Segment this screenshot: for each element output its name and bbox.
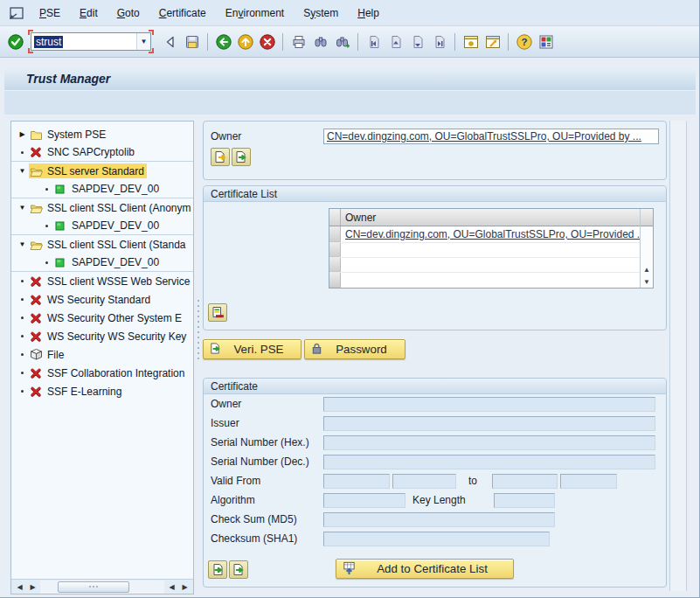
tree-item-ssf-collaboration-integration[interactable]: SSF Collaboration Integration (11, 364, 193, 382)
tree-item-sapdev-dev-00[interactable]: SAPDEV_DEV_00 (11, 180, 193, 198)
tree-item-file[interactable]: File (11, 345, 193, 364)
tree-item-sapdev-dev-00[interactable]: SAPDEV_DEV_00 (11, 217, 193, 235)
exit-icon[interactable] (234, 31, 256, 52)
tree-item-system-pse[interactable]: ▶ System PSE (11, 125, 193, 143)
certificate-empty-row[interactable] (329, 273, 640, 288)
new-session-icon[interactable] (460, 31, 482, 52)
certificate-row[interactable]: CN=dev.dingzing.com, OU=GlobalTrustSSLPr… (329, 226, 640, 243)
table-vertical-scrollbar[interactable]: ▲ ▼ (640, 209, 653, 288)
toolbar-separator (454, 33, 455, 51)
valid-to-date-field (492, 474, 558, 489)
previous-page-icon[interactable] (385, 31, 406, 52)
expand-right-icon[interactable]: ▶ (16, 130, 29, 138)
algorithm-label: Algorithm (211, 494, 323, 506)
pse-owner-field[interactable]: CN=dev.dingzing.com, OU=GlobalTrustSSLPr… (323, 129, 659, 144)
help-icon[interactable]: ? (513, 31, 535, 52)
window-vertical-scrollbar[interactable] (669, 121, 687, 591)
row-select-cell[interactable] (329, 226, 341, 242)
system-menu-icon[interactable] (5, 4, 26, 22)
row-select-cell[interactable] (329, 243, 341, 257)
scroll-down-icon[interactable]: ▼ (641, 275, 653, 288)
bullet-icon[interactable] (16, 372, 29, 374)
print-icon[interactable] (288, 31, 309, 52)
last-page-icon[interactable] (428, 31, 450, 52)
owner-column-header[interactable]: Owner (341, 209, 640, 226)
bullet-icon[interactable] (40, 261, 53, 264)
row-select-cell[interactable] (329, 273, 341, 288)
bullet-icon[interactable] (16, 151, 29, 154)
command-field-value[interactable]: strust (34, 36, 63, 48)
find-next-icon[interactable] (331, 31, 353, 52)
splitter-grip[interactable] (198, 300, 199, 359)
menu-item-pse[interactable]: PSE (30, 4, 70, 22)
collapse-down-icon[interactable]: ▼ (16, 240, 29, 248)
tree-item-ws-security-standard[interactable]: WS Security Standard (11, 290, 193, 309)
menu-item-environment[interactable]: Environment (216, 4, 294, 22)
password-button[interactable]: Password (304, 339, 405, 359)
scroll-up-icon[interactable]: ▲ (641, 263, 653, 275)
next-page-icon[interactable] (406, 31, 428, 52)
bullet-icon[interactable] (40, 225, 53, 227)
collapse-down-icon[interactable]: ▼ (16, 167, 29, 175)
scrollbar-track[interactable] (40, 581, 164, 594)
first-page-icon[interactable] (363, 31, 385, 52)
menu-item-goto[interactable]: Goto (107, 4, 149, 22)
select-all-cell[interactable] (329, 209, 341, 226)
certificate-empty-row[interactable] (329, 258, 640, 273)
certificate-row-owner[interactable]: CN=dev.dingzing.com, OU=GlobalTrustSSLPr… (345, 228, 640, 240)
cert-issuer-field (323, 416, 655, 431)
scrollbar-track[interactable] (641, 226, 653, 263)
tree-item-ssf-e-learning[interactable]: SSF E-Learning (11, 382, 193, 400)
menu-item-system[interactable]: System (294, 4, 348, 22)
verify-pse-button[interactable]: Veri. PSE (203, 339, 301, 359)
save-icon[interactable] (181, 31, 203, 52)
cancel-icon[interactable] (256, 31, 278, 52)
menu-item-edit[interactable]: Edit (70, 4, 107, 22)
certificate-empty-row[interactable] (329, 243, 640, 258)
tree-item-sapdev-dev-00[interactable]: SAPDEV_DEV_00 (11, 254, 193, 272)
command-field[interactable]: strust ▼ (31, 32, 151, 51)
bullet-icon[interactable] (16, 353, 29, 356)
back-icon[interactable] (212, 31, 234, 52)
scroll-right-icon[interactable]: ▶ (26, 581, 39, 594)
import-pse-button[interactable] (232, 148, 251, 166)
customize-layout-icon[interactable] (535, 31, 557, 52)
continue-check-icon[interactable] (4, 31, 26, 52)
bullet-icon[interactable] (16, 390, 29, 393)
bullet-icon[interactable] (16, 316, 29, 319)
scrollbar-thumb[interactable] (58, 581, 129, 593)
bullet-icon[interactable] (16, 335, 29, 337)
find-icon[interactable] (309, 31, 331, 52)
tree-item-snc-sapcryptolib[interactable]: SNC SAPCryptolib (11, 143, 193, 162)
tree-item-ws-security-ws-security-key[interactable]: WS Security WS Security Key (11, 327, 193, 345)
collapse-down-icon[interactable]: ▼ (16, 204, 29, 212)
red-x-icon (30, 366, 44, 379)
menu-item-certificate[interactable]: Certificate (149, 4, 216, 22)
export-pse-button[interactable] (211, 148, 230, 166)
certificate-title: Certificate (211, 380, 258, 393)
create-shortcut-icon[interactable] (482, 31, 503, 52)
display-certificate-button[interactable] (208, 303, 227, 322)
tree-item-ssl-client-wsse-web-service[interactable]: SSL client WSSE Web Service (11, 272, 193, 290)
bullet-icon[interactable] (40, 188, 53, 191)
menu-item-help[interactable]: Help (348, 4, 389, 22)
panel-splitter[interactable] (194, 121, 203, 595)
enter-icon[interactable] (159, 31, 181, 52)
row-select-cell[interactable] (329, 258, 341, 272)
scroll-left-icon[interactable]: ◀ (165, 581, 178, 594)
bullet-icon[interactable] (16, 298, 29, 301)
export-certificate-button[interactable] (229, 560, 248, 579)
add-to-certificate-list-button[interactable]: Add to Certificate List (336, 559, 514, 579)
tree-horizontal-scrollbar[interactable]: ◀ ▶ ◀ ▶ (11, 579, 193, 594)
import-certificate-button[interactable] (208, 560, 227, 579)
tree-item-ssl-server-standard[interactable]: ▼ SSL server Standard (11, 162, 193, 180)
scroll-right-icon[interactable]: ▶ (178, 581, 191, 594)
valid-from-time-field (392, 474, 456, 489)
tree-item-ssl-client-ssl-client-standa[interactable]: ▼ SSL client SSL Client (Standa (11, 235, 193, 254)
certificate-list-table: Owner CN=dev.dingzing.com, OU=GlobalTrus… (329, 208, 654, 289)
pse-owner-value[interactable]: CN=dev.dingzing.com, OU=GlobalTrustSSLPr… (327, 130, 641, 143)
tree-item-ws-security-other-system-e[interactable]: WS Security Other System E (11, 309, 193, 327)
bullet-icon[interactable] (16, 280, 29, 282)
tree-item-ssl-client-ssl-client-anonym[interactable]: ▼ SSL client SSL Client (Anonym (11, 198, 193, 217)
scroll-left-icon[interactable]: ◀ (13, 581, 26, 594)
